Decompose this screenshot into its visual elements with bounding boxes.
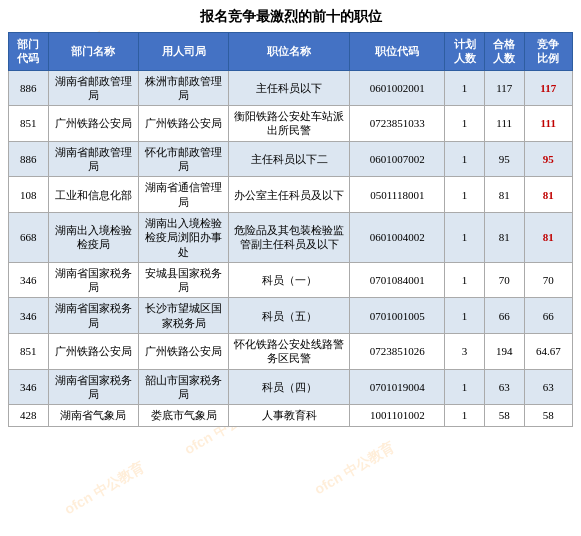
cell-dept_code: 346	[9, 298, 49, 334]
cell-dept_code: 428	[9, 405, 49, 426]
cell-employer: 湖南出入境检验检疫局浏阳办事处	[138, 212, 228, 262]
cell-dept_name: 广州铁路公安局	[48, 106, 138, 142]
cell-dept_code: 668	[9, 212, 49, 262]
cell-pass_count: 111	[484, 106, 524, 142]
cell-plan_count: 1	[445, 369, 485, 405]
header-dept-name: 部门名称	[48, 33, 138, 71]
header-employer: 用人司局	[138, 33, 228, 71]
cell-ratio: 117	[524, 70, 572, 106]
table-row: 668湖南出入境检验检疫局湖南出入境检验检疫局浏阳办事处危险品及其包装检验监管副…	[9, 212, 573, 262]
cell-plan_count: 1	[445, 106, 485, 142]
cell-pos_name: 主任科员以下二	[229, 141, 350, 177]
cell-employer: 广州铁路公安局	[138, 106, 228, 142]
cell-pos_code: 0723851026	[350, 334, 445, 370]
cell-dept_name: 湖南省国家税务局	[48, 298, 138, 334]
table-wrapper: 部门代码 部门名称 用人司局 职位名称 职位代码 计划人数 合格人数 竞争比例 …	[0, 32, 581, 435]
cell-dept_code: 851	[9, 106, 49, 142]
cell-dept_code: 886	[9, 70, 49, 106]
cell-plan_count: 3	[445, 334, 485, 370]
cell-plan_count: 1	[445, 141, 485, 177]
table-row: 851广州铁路公安局广州铁路公安局怀化铁路公安处线路警务区民警072385102…	[9, 334, 573, 370]
cell-dept_name: 湖南省邮政管理局	[48, 70, 138, 106]
cell-plan_count: 1	[445, 405, 485, 426]
cell-ratio: 64.67	[524, 334, 572, 370]
cell-pos_name: 科员（一）	[229, 262, 350, 298]
cell-ratio: 111	[524, 106, 572, 142]
cell-plan_count: 1	[445, 177, 485, 213]
cell-dept_name: 工业和信息化部	[48, 177, 138, 213]
cell-pos_name: 科员（四）	[229, 369, 350, 405]
cell-dept_name: 湖南出入境检验检疫局	[48, 212, 138, 262]
cell-dept_name: 湖南省气象局	[48, 405, 138, 426]
cell-pass_count: 58	[484, 405, 524, 426]
cell-pos_code: 0701001005	[350, 298, 445, 334]
header-pos-code: 职位代码	[350, 33, 445, 71]
table-row: 346湖南省国家税务局安城县国家税务局科员（一）070108400117070	[9, 262, 573, 298]
cell-employer: 湖南省通信管理局	[138, 177, 228, 213]
cell-ratio: 81	[524, 212, 572, 262]
cell-employer: 株洲市邮政管理局	[138, 70, 228, 106]
table-row: 886湖南省邮政管理局怀化市邮政管理局主任科员以下二06010070021959…	[9, 141, 573, 177]
cell-pass_count: 117	[484, 70, 524, 106]
table-row: 346湖南省国家税务局长沙市望城区国家税务局科员（五）0701001005166…	[9, 298, 573, 334]
cell-dept_name: 湖南省邮政管理局	[48, 141, 138, 177]
cell-pos_name: 危险品及其包装检验监管副主任科员及以下	[229, 212, 350, 262]
cell-pos_name: 主任科员以下	[229, 70, 350, 106]
cell-pos_code: 0701084001	[350, 262, 445, 298]
cell-plan_count: 1	[445, 262, 485, 298]
page-title: 报名竞争最激烈的前十的职位	[0, 0, 581, 32]
table-row: 108工业和信息化部湖南省通信管理局办公室主任科员及以下050111800118…	[9, 177, 573, 213]
cell-ratio: 81	[524, 177, 572, 213]
cell-ratio: 70	[524, 262, 572, 298]
cell-pass_count: 70	[484, 262, 524, 298]
cell-pos_code: 0723851033	[350, 106, 445, 142]
cell-employer: 怀化市邮政管理局	[138, 141, 228, 177]
cell-pos_code: 0601002001	[350, 70, 445, 106]
cell-pos_code: 0701019004	[350, 369, 445, 405]
cell-plan_count: 1	[445, 212, 485, 262]
cell-pos_name: 人事教育科	[229, 405, 350, 426]
cell-pass_count: 95	[484, 141, 524, 177]
cell-pass_count: 66	[484, 298, 524, 334]
cell-dept_code: 108	[9, 177, 49, 213]
header-pass-count: 合格人数	[484, 33, 524, 71]
cell-pass_count: 81	[484, 212, 524, 262]
cell-pos_name: 科员（五）	[229, 298, 350, 334]
cell-pass_count: 63	[484, 369, 524, 405]
table-row: 346湖南省国家税务局韶山市国家税务局科员（四）070101900416363	[9, 369, 573, 405]
cell-pass_count: 194	[484, 334, 524, 370]
table-row: 886湖南省邮政管理局株洲市邮政管理局主任科员以下060100200111171…	[9, 70, 573, 106]
cell-pos_name: 衡阳铁路公安处车站派出所民警	[229, 106, 350, 142]
cell-ratio: 95	[524, 141, 572, 177]
header-dept-code: 部门代码	[9, 33, 49, 71]
cell-ratio: 66	[524, 298, 572, 334]
cell-employer: 娄底市气象局	[138, 405, 228, 426]
cell-plan_count: 1	[445, 70, 485, 106]
cell-employer: 广州铁路公安局	[138, 334, 228, 370]
cell-ratio: 63	[524, 369, 572, 405]
main-table: 部门代码 部门名称 用人司局 职位名称 职位代码 计划人数 合格人数 竞争比例 …	[8, 32, 573, 427]
cell-dept_name: 湖南省国家税务局	[48, 262, 138, 298]
cell-employer: 韶山市国家税务局	[138, 369, 228, 405]
cell-pos_code: 0501118001	[350, 177, 445, 213]
header-plan-count: 计划人数	[445, 33, 485, 71]
cell-dept_code: 886	[9, 141, 49, 177]
cell-ratio: 58	[524, 405, 572, 426]
table-header-row: 部门代码 部门名称 用人司局 职位名称 职位代码 计划人数 合格人数 竞争比例	[9, 33, 573, 71]
cell-plan_count: 1	[445, 298, 485, 334]
cell-pos_name: 办公室主任科员及以下	[229, 177, 350, 213]
cell-pos_code: 0601004002	[350, 212, 445, 262]
header-ratio: 竞争比例	[524, 33, 572, 71]
cell-dept_code: 346	[9, 262, 49, 298]
table-row: 428湖南省气象局娄底市气象局人事教育科100110100215858	[9, 405, 573, 426]
header-pos-name: 职位名称	[229, 33, 350, 71]
cell-dept_name: 湖南省国家税务局	[48, 369, 138, 405]
cell-dept_name: 广州铁路公安局	[48, 334, 138, 370]
cell-dept_code: 851	[9, 334, 49, 370]
cell-pass_count: 81	[484, 177, 524, 213]
cell-dept_code: 346	[9, 369, 49, 405]
cell-employer: 安城县国家税务局	[138, 262, 228, 298]
cell-pos_code: 1001101002	[350, 405, 445, 426]
table-row: 851广州铁路公安局广州铁路公安局衡阳铁路公安处车站派出所民警072385103…	[9, 106, 573, 142]
cell-employer: 长沙市望城区国家税务局	[138, 298, 228, 334]
